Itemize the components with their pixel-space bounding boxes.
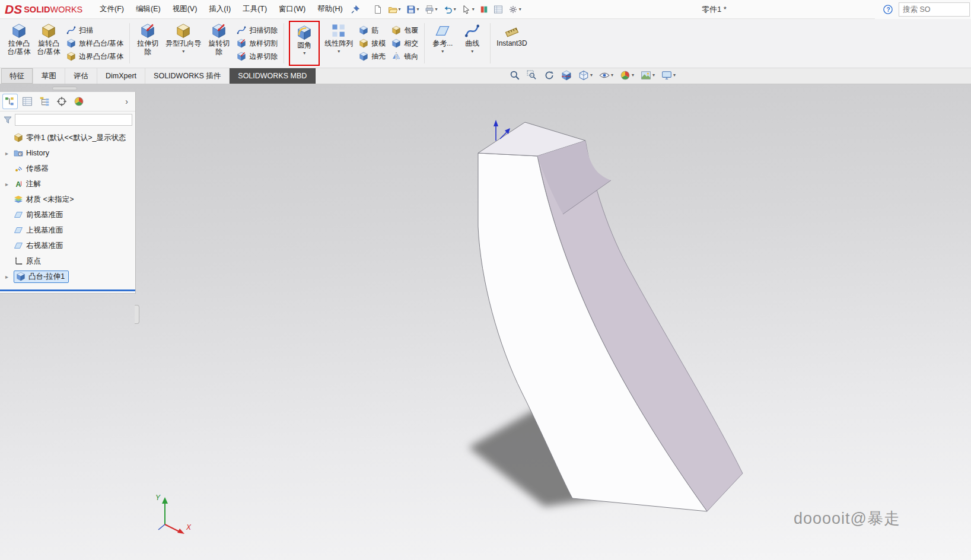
- expand-arrow-icon[interactable]: ▸: [3, 150, 11, 157]
- tree-item-front-plane[interactable]: 前视基准面: [0, 207, 135, 222]
- instant3d-toggle[interactable]: Instant3D: [494, 20, 529, 66]
- search-input[interactable]: [899, 2, 970, 17]
- save-button[interactable]: ▾: [405, 4, 421, 15]
- chevron-down-icon[interactable]: ▾: [673, 73, 676, 78]
- viewport-canvas[interactable]: Y X dooooit@暴走 › 零件1 (默认<<默认>_显示状态 ▸: [0, 84, 971, 560]
- menu-help[interactable]: 帮助(H): [311, 0, 348, 18]
- fillet-button[interactable]: 圆角 ▾: [290, 22, 319, 65]
- select-button[interactable]: ▾: [460, 4, 476, 15]
- tree-item-history[interactable]: ▸ History: [0, 145, 135, 161]
- tree-item-boss-extrude1[interactable]: ▸ 凸台-拉伸1: [0, 269, 135, 284]
- section-view-button[interactable]: [561, 69, 572, 81]
- zoom-area-button[interactable]: [526, 69, 538, 81]
- tab-dimxpert[interactable]: DimXpert: [97, 68, 145, 84]
- hole-wizard-button[interactable]: 异型孔向导 ▾: [163, 20, 203, 66]
- menu-edit[interactable]: 编辑(E): [130, 0, 167, 18]
- tab-solidworks-mbd[interactable]: SOLIDWORKS MBD: [230, 68, 316, 84]
- extruded-boss-button[interactable]: 拉伸凸 台/基体: [5, 20, 33, 66]
- chevron-down-icon[interactable]: ▾: [454, 7, 456, 12]
- open-button[interactable]: ▾: [386, 4, 403, 15]
- boundary-boss-button[interactable]: 边界凸台/基体: [64, 50, 126, 63]
- appearance-swatch-button[interactable]: [478, 4, 490, 15]
- extruded-boss-icon: [11, 23, 27, 39]
- featuremanager-tab[interactable]: [3, 94, 17, 109]
- view-settings-button[interactable]: ▾: [661, 69, 676, 81]
- chevron-down-icon[interactable]: ▾: [182, 49, 184, 54]
- panel-splitter-handle[interactable]: [135, 305, 139, 324]
- rib-button[interactable]: 筋: [356, 24, 388, 37]
- chevron-down-icon[interactable]: ▾: [399, 7, 401, 12]
- swept-boss-button[interactable]: 扫描: [64, 24, 126, 37]
- tab-sketch[interactable]: 草图: [33, 68, 65, 84]
- hide-show-items-button[interactable]: ▾: [598, 69, 614, 81]
- rollback-bar[interactable]: [0, 289, 135, 291]
- tree-item-part[interactable]: 零件1 (默认<<默认>_显示状态: [0, 130, 135, 145]
- boundary-boss-icon: [66, 52, 76, 61]
- expand-arrow-icon[interactable]: ▸: [3, 181, 11, 187]
- tree-item-annotations[interactable]: ▸ 注解: [0, 176, 135, 192]
- tab-features[interactable]: 特征: [1, 68, 33, 84]
- chevron-down-icon[interactable]: ▾: [441, 49, 444, 54]
- menu-view[interactable]: 视图(V): [167, 0, 203, 18]
- pin-menu-button[interactable]: [349, 4, 362, 15]
- chevron-down-icon[interactable]: ▾: [472, 7, 475, 12]
- new-document-button[interactable]: [371, 4, 384, 15]
- help-button[interactable]: [881, 3, 895, 16]
- chevron-down-icon[interactable]: ▾: [338, 49, 340, 54]
- zoom-fit-button[interactable]: [509, 69, 521, 81]
- panel-expand-arrow[interactable]: ›: [121, 97, 132, 106]
- dimxpertmanager-tab[interactable]: [55, 94, 69, 109]
- chevron-down-icon[interactable]: ▾: [519, 7, 521, 12]
- tree-item-origin[interactable]: 原点: [0, 253, 135, 269]
- chevron-down-icon[interactable]: ▾: [611, 73, 613, 78]
- configurationmanager-tab[interactable]: [37, 94, 52, 109]
- shell-button[interactable]: 抽壳: [356, 50, 388, 63]
- linear-pattern-button[interactable]: 线性阵列 ▾: [322, 20, 355, 66]
- undo-button[interactable]: ▾: [441, 4, 458, 15]
- chevron-down-icon[interactable]: ▾: [632, 73, 634, 78]
- tab-evaluate[interactable]: 评估: [65, 68, 97, 84]
- chevron-down-icon[interactable]: ▾: [471, 49, 473, 54]
- display-style-button[interactable]: ▾: [578, 69, 593, 81]
- tree-item-right-plane[interactable]: 右视基准面: [0, 238, 135, 253]
- menu-insert[interactable]: 插入(I): [203, 0, 237, 18]
- intersect-button[interactable]: 相交: [389, 37, 421, 50]
- curves-button[interactable]: 曲线 ▾: [458, 20, 486, 66]
- options-button[interactable]: ▾: [507, 4, 523, 15]
- panel-drag-handle[interactable]: [52, 87, 77, 90]
- mirror-button[interactable]: 镜向: [389, 50, 421, 63]
- apply-scene-button[interactable]: ▾: [640, 69, 655, 81]
- propertymanager-tab[interactable]: [20, 94, 34, 109]
- reference-geometry-button[interactable]: 参考... ▾: [428, 20, 457, 66]
- lofted-cut-button[interactable]: 放样切割: [234, 37, 280, 50]
- selected-feature-highlight[interactable]: 凸台-拉伸1: [14, 271, 69, 283]
- swept-cut-button[interactable]: 扫描切除: [234, 24, 280, 37]
- tab-solidworks-addins[interactable]: SOLIDWORKS 插件: [145, 68, 230, 84]
- menu-window[interactable]: 窗口(W): [273, 0, 311, 18]
- chevron-down-icon[interactable]: ▾: [417, 7, 419, 12]
- tree-item-sensors[interactable]: 传感器: [0, 161, 135, 176]
- chevron-down-icon[interactable]: ▾: [590, 73, 593, 78]
- menu-file[interactable]: 文件(F): [94, 0, 130, 18]
- boss-small-stack: 扫描 放样凸台/基体 边界凸台/基体: [64, 20, 126, 66]
- chevron-down-icon[interactable]: ▾: [435, 7, 438, 12]
- wrap-button[interactable]: 包覆: [389, 24, 421, 37]
- chevron-down-icon[interactable]: ▾: [652, 73, 655, 78]
- draft-button[interactable]: 拔模: [356, 37, 388, 50]
- tree-item-top-plane[interactable]: 上视基准面: [0, 222, 135, 238]
- print-button[interactable]: ▾: [423, 4, 440, 15]
- displaymanager-tab[interactable]: [72, 94, 86, 109]
- revolved-cut-button[interactable]: 旋转切 除: [205, 20, 233, 66]
- extruded-cut-button[interactable]: 拉伸切 除: [133, 20, 162, 66]
- tree-item-material[interactable]: 材质 <未指定>: [0, 192, 135, 207]
- tree-filter-input[interactable]: [15, 114, 132, 126]
- edit-appearance-button[interactable]: ▾: [619, 69, 635, 81]
- previous-view-button[interactable]: [543, 69, 555, 81]
- expand-arrow-icon[interactable]: ▸: [3, 273, 11, 280]
- lofted-boss-button[interactable]: 放样凸台/基体: [64, 37, 126, 50]
- boundary-cut-button[interactable]: 边界切除: [234, 50, 280, 63]
- menu-tools[interactable]: 工具(T): [237, 0, 273, 18]
- task-list-button[interactable]: [492, 4, 505, 15]
- chevron-down-icon[interactable]: ▾: [303, 51, 305, 56]
- revolved-boss-button[interactable]: 旋转凸 台/基体: [34, 20, 63, 66]
